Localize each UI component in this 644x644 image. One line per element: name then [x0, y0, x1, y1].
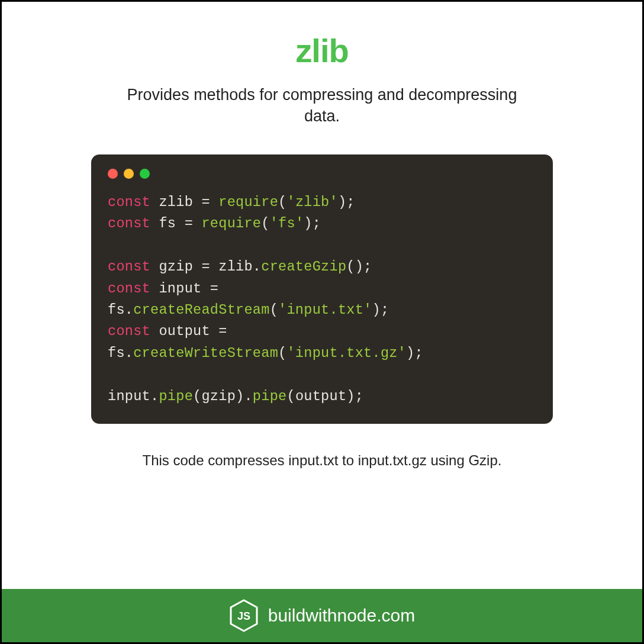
svg-text:JS: JS: [237, 610, 250, 622]
card-content: zlib Provides methods for compressing an…: [2, 2, 642, 589]
code-block: const zlib = require('zlib'); const fs =…: [108, 192, 536, 407]
minimize-icon: [124, 169, 134, 179]
page-title: zlib: [295, 31, 348, 70]
code-caption: This code compresses input.txt to input.…: [143, 452, 502, 469]
page-subtitle: Provides methods for compressing and dec…: [109, 84, 535, 127]
code-window: const zlib = require('zlib'); const fs =…: [91, 154, 553, 424]
footer-site: buildwithnode.com: [268, 606, 415, 626]
zoom-icon: [140, 169, 150, 179]
nodejs-icon: JS: [229, 599, 259, 632]
close-icon: [108, 169, 118, 179]
window-traffic-lights: [108, 169, 536, 179]
footer-bar: JS buildwithnode.com: [2, 589, 642, 642]
